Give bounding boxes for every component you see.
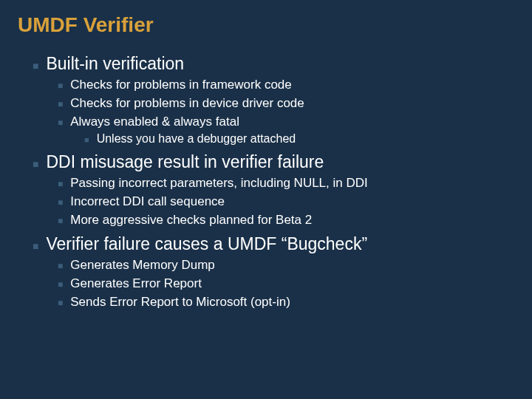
bullet-icon: ■ [58,96,63,112]
list-item: ■ Verifier failure causes a UMDF “Bugche… [33,233,514,311]
level2-text: Always enabled & always fatal [70,114,239,130]
list-item: ■ Generates Error Report [58,276,514,293]
level2-text: Sends Error Report to Microsoft (opt-in) [70,294,290,310]
list-item: ■ More aggressive checks planned for Bet… [58,212,514,229]
bullet-icon: ■ [58,78,63,94]
bullet-icon: ■ [33,154,38,174]
bullet-icon: ■ [58,295,63,311]
level2-text: Generates Memory Dump [70,257,215,273]
level2-text: More aggressive checks planned for Beta … [70,212,312,228]
list-item: ■ Sends Error Report to Microsoft (opt-i… [58,294,514,311]
list-item: ■ Checks for problems in device driver c… [58,95,514,112]
list-item: ■ Generates Memory Dump [58,257,514,274]
bullet-icon: ■ [33,56,38,75]
list-item: ■ DDI misusage result in verifier failur… [33,151,514,229]
level1-text: Built-in verification [46,53,184,74]
level2-text: Incorrect DDI call sequence [70,194,225,210]
bullet-icon: ■ [84,132,89,147]
level2-text: Passing incorrect parameters, including … [70,175,368,191]
bullet-icon: ■ [58,276,63,293]
level2-text: Generates Error Report [70,276,202,292]
bullet-icon: ■ [58,213,63,229]
level1-text: Verifier failure causes a UMDF “Bugcheck… [46,233,367,254]
bullet-icon: ■ [58,194,63,211]
bullet-icon: ■ [33,236,38,256]
list-item: ■ Unless you have a debugger attached [84,132,514,147]
list-item: ■ Incorrect DDI call sequence [58,194,514,211]
level2-text: Checks for problems in device driver cod… [70,95,304,112]
list-item: ■ Passing incorrect parameters, includin… [58,175,514,192]
slide-title: UMDF Verifier [18,13,514,37]
level1-text: DDI misusage result in verifier failure [46,151,324,172]
level3-text: Unless you have a debugger attached [97,132,296,146]
bullet-icon: ■ [58,115,63,131]
list-item: ■ Built-in verification ■ Checks for pro… [33,53,514,147]
list-item: ■ Checks for problems in framework code [58,77,514,94]
bullet-icon: ■ [58,176,63,192]
level2-text: Checks for problems in framework code [70,77,292,93]
list-item: ■ Always enabled & always fatal ■ Unless… [58,114,514,147]
bullet-icon: ■ [58,258,63,274]
